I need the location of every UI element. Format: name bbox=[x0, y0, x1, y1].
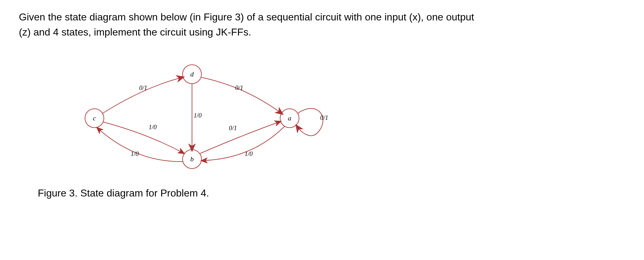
edge-label-cb: 1/0 bbox=[149, 124, 157, 130]
figure-caption: Figure 3. State diagram for Problem 4. bbox=[38, 187, 625, 199]
state-a-label: a bbox=[288, 114, 291, 122]
page-container: Given the state diagram shown below (in … bbox=[0, 0, 644, 260]
edge-label-bc: 1/0 bbox=[131, 150, 139, 157]
edge-label-da: 0/1 bbox=[235, 84, 243, 91]
edge-d-a bbox=[201, 77, 282, 113]
state-c: c bbox=[85, 109, 104, 128]
state-d: d bbox=[183, 65, 201, 84]
state-d-label: d bbox=[190, 70, 194, 78]
problem-text: Given the state diagram shown below (in … bbox=[19, 9, 617, 40]
problem-line2: (z) and 4 states, implement the circuit … bbox=[19, 26, 251, 38]
diagram-svg: c d b a 0/1 0/1 bbox=[57, 52, 371, 184]
edge-label-ab: 1/0 bbox=[245, 150, 253, 157]
state-b-label: b bbox=[190, 155, 194, 163]
edge-a-a bbox=[297, 108, 323, 136]
state-diagram: c d b a 0/1 0/1 bbox=[57, 52, 371, 184]
edge-label-aa: 0/1 bbox=[320, 114, 328, 121]
edge-b-a bbox=[200, 121, 281, 153]
state-c-label: c bbox=[93, 114, 96, 122]
state-b: b bbox=[183, 150, 201, 169]
problem-line1: Given the state diagram shown below (in … bbox=[19, 11, 474, 23]
edge-a-b bbox=[201, 126, 285, 161]
edge-label-cd: 0/1 bbox=[139, 84, 147, 91]
edge-c-b bbox=[103, 122, 184, 153]
edge-label-ba: 0/1 bbox=[229, 124, 237, 131]
state-a: a bbox=[280, 109, 299, 128]
edge-b-c bbox=[97, 128, 183, 162]
edge-c-d bbox=[102, 77, 183, 113]
edge-label-db: 1/0 bbox=[194, 112, 202, 119]
